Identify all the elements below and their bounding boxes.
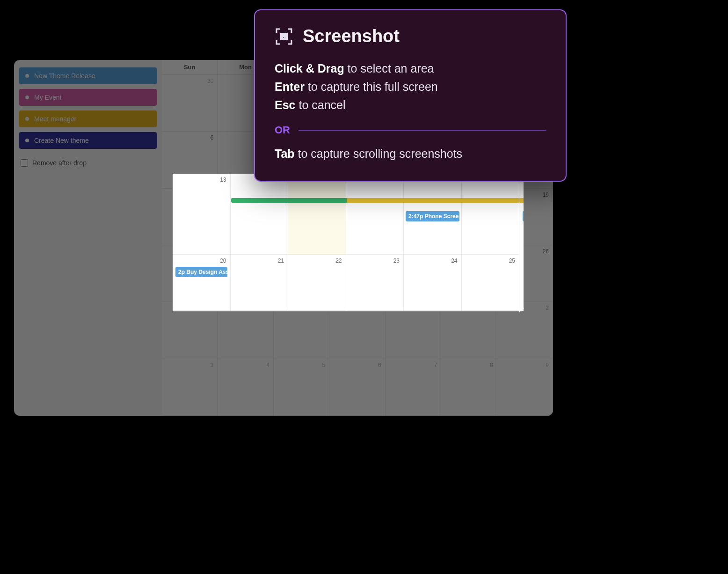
remove-after-drop-option[interactable]: Remove after drop bbox=[19, 156, 157, 169]
calendar-event[interactable]: 2p Buy Des bbox=[523, 211, 524, 221]
draggable-event-chip[interactable]: My Event bbox=[19, 89, 157, 106]
instruction-line: Click & Drag to select an area bbox=[275, 59, 546, 78]
day-number: 21 bbox=[278, 258, 284, 264]
instruction-text: to cancel bbox=[295, 98, 345, 111]
day-number: 22 bbox=[335, 258, 342, 264]
event-chip-label: Create New theme bbox=[34, 137, 89, 144]
day-cell[interactable]: 30 bbox=[162, 75, 218, 132]
event-title: Phone Scree bbox=[425, 213, 459, 220]
weekday-label: Sun bbox=[162, 60, 218, 74]
instruction-text: to select an area bbox=[344, 62, 434, 75]
event-dot-icon bbox=[25, 74, 29, 78]
screenshot-instruction-panel: Screenshot Click & Drag to select an are… bbox=[254, 9, 567, 182]
instruction-divider: OR bbox=[275, 124, 546, 136]
day-cell[interactable]: 22 bbox=[288, 255, 346, 311]
remove-after-drop-checkbox[interactable] bbox=[21, 159, 28, 167]
day-number: 8 bbox=[490, 362, 493, 368]
instruction-text: to capture scrolling screenshots bbox=[295, 147, 463, 160]
screenshot-selection-region[interactable]: 13 14 15 16 17 2:47p Phone Scree 18 20 2… bbox=[173, 174, 524, 311]
day-number: 30 bbox=[207, 78, 213, 84]
screenshot-panel-title: Screenshot bbox=[303, 26, 400, 46]
day-cell[interactable]: 24 bbox=[404, 255, 462, 311]
day-number: 26 bbox=[543, 248, 549, 255]
day-cell[interactable]: 20 2p Buy Design Asset bbox=[173, 255, 231, 311]
draggable-event-chip[interactable]: New Theme Release bbox=[19, 67, 157, 84]
day-cell[interactable]: 18 bbox=[462, 174, 520, 255]
instruction-key: Enter bbox=[275, 80, 305, 93]
day-number: 6 bbox=[378, 362, 381, 368]
event-dot-icon bbox=[25, 139, 29, 142]
day-cell[interactable]: 6 bbox=[329, 359, 385, 416]
day-number: 25 bbox=[509, 258, 515, 264]
day-number: 3 bbox=[211, 362, 214, 368]
day-cell[interactable]: 5 bbox=[274, 359, 329, 416]
instruction-key: Esc bbox=[275, 98, 295, 111]
instruction-line: Tab to capture scrolling screenshots bbox=[275, 145, 546, 163]
day-cell[interactable]: 4 bbox=[218, 359, 273, 416]
day-cell[interactable]: 8 bbox=[441, 359, 497, 416]
event-chip-label: New Theme Release bbox=[34, 72, 95, 80]
day-cell[interactable]: 21 bbox=[231, 255, 289, 311]
day-number: 19 bbox=[543, 191, 549, 198]
calendar-event[interactable]: 2:47p Phone Scree bbox=[406, 211, 459, 221]
day-cell[interactable]: 7 bbox=[386, 359, 441, 416]
event-chip-label: Meet manager bbox=[34, 115, 76, 123]
calendar-event[interactable]: 2p Buy Design Asset bbox=[175, 267, 227, 277]
day-cell[interactable]: 17 2:47p Phone Scree bbox=[404, 174, 462, 255]
remove-after-drop-label: Remove after drop bbox=[32, 159, 87, 167]
event-dot-icon bbox=[25, 96, 29, 99]
day-cell[interactable]: 3 bbox=[162, 359, 218, 416]
instruction-text: to capture this full screen bbox=[305, 80, 438, 93]
event-title: Buy Design Asset bbox=[186, 269, 227, 275]
or-label: OR bbox=[275, 124, 290, 136]
day-number: 2 bbox=[546, 305, 549, 311]
day-cell[interactable]: 13 bbox=[173, 174, 231, 255]
instruction-line: Enter to capture this full screen bbox=[275, 78, 546, 96]
draggable-event-chip[interactable]: Meet manager bbox=[19, 110, 157, 127]
day-number: 9 bbox=[546, 362, 549, 368]
event-dot-icon bbox=[25, 117, 29, 121]
instruction-line: Esc to cancel bbox=[275, 96, 546, 114]
day-number: 24 bbox=[451, 258, 457, 264]
day-cell[interactable]: 14 bbox=[231, 174, 289, 255]
screenshot-icon bbox=[275, 27, 293, 46]
event-time: 2p bbox=[178, 269, 185, 275]
day-number: 20 bbox=[220, 258, 226, 264]
day-number: 7 bbox=[434, 362, 437, 368]
svg-marker-1 bbox=[282, 36, 287, 38]
day-cell[interactable]: 23 bbox=[346, 255, 404, 311]
event-chip-label: My Event bbox=[34, 94, 61, 101]
instruction-key: Click & Drag bbox=[275, 62, 344, 75]
day-cell[interactable]: 25 bbox=[462, 255, 520, 311]
day-number: 23 bbox=[393, 258, 400, 264]
day-cell[interactable]: 9 bbox=[497, 359, 553, 416]
day-number: 13 bbox=[220, 177, 226, 183]
day-number: 5 bbox=[322, 362, 326, 368]
event-bar[interactable] bbox=[231, 198, 348, 203]
event-sidebar: New Theme Release My Event Meet manager … bbox=[14, 60, 162, 416]
draggable-event-chip[interactable]: Create New theme bbox=[19, 132, 157, 149]
instruction-key: Tab bbox=[275, 147, 295, 160]
event-time: 2:47p bbox=[408, 213, 423, 220]
day-number: 4 bbox=[266, 362, 269, 368]
divider-line bbox=[298, 130, 546, 131]
day-number: 6 bbox=[211, 134, 214, 141]
day-cell-today[interactable]: 15 bbox=[288, 174, 346, 255]
day-cell[interactable]: 16 bbox=[346, 174, 404, 255]
